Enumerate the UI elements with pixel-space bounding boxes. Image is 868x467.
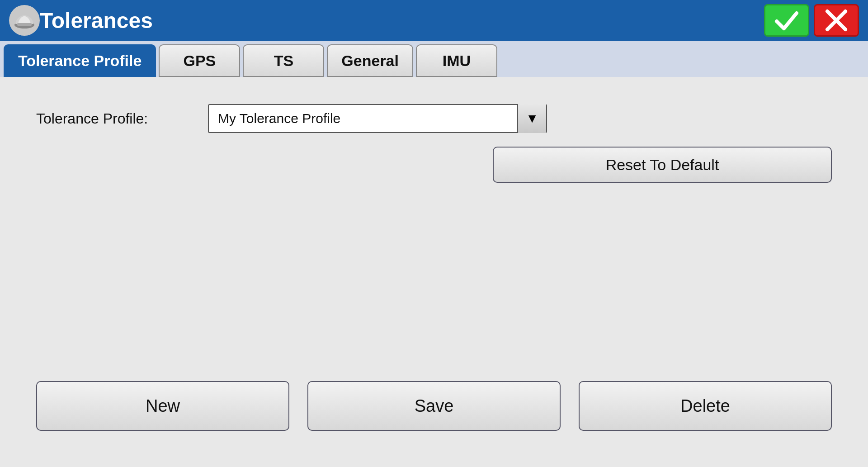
tab-bar: Tolerance Profile GPS TS General IMU <box>0 41 868 77</box>
delete-button[interactable]: Delete <box>579 381 832 431</box>
bottom-buttons: New Save Delete <box>36 381 832 431</box>
title-bar-buttons <box>764 4 859 37</box>
dropdown-selected-value: My Tolerance Profile <box>209 111 517 126</box>
reset-to-default-button[interactable]: Reset To Default <box>493 147 832 183</box>
tab-general[interactable]: General <box>327 44 413 77</box>
tab-gps[interactable]: GPS <box>159 44 240 77</box>
tab-tolerance-profile[interactable]: Tolerance Profile <box>4 44 156 77</box>
reset-row: Reset To Default <box>36 147 832 183</box>
app-logo <box>9 5 40 36</box>
title-bar: Tolerances <box>0 0 868 41</box>
tolerance-profile-dropdown[interactable]: My Tolerance Profile ▼ <box>208 104 547 133</box>
new-button[interactable]: New <box>36 381 289 431</box>
accept-button[interactable] <box>764 4 809 37</box>
tab-ts[interactable]: TS <box>243 44 324 77</box>
profile-row: Tolerance Profile: My Tolerance Profile … <box>36 104 832 133</box>
save-button[interactable]: Save <box>307 381 561 431</box>
cancel-button[interactable] <box>814 4 859 37</box>
dropdown-arrow-icon[interactable]: ▼ <box>517 104 546 133</box>
tab-imu[interactable]: IMU <box>416 44 497 77</box>
main-content: Tolerance Profile: My Tolerance Profile … <box>0 77 868 467</box>
form-section: Tolerance Profile: My Tolerance Profile … <box>36 104 832 183</box>
svg-rect-1 <box>17 23 32 26</box>
profile-label: Tolerance Profile: <box>36 110 190 127</box>
app-title: Tolerances <box>40 8 764 33</box>
